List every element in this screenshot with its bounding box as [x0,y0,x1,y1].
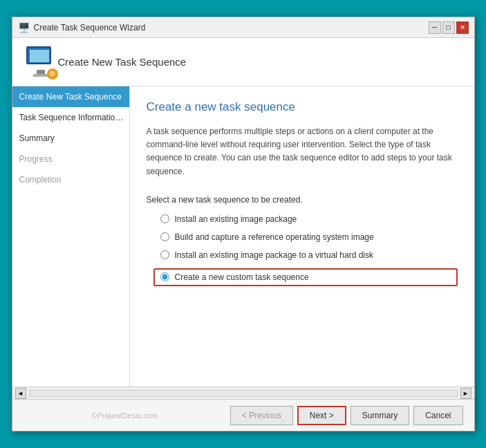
next-button[interactable]: Next > [297,406,346,425]
radio-option-4[interactable]: Create a new custom task sequence [153,268,458,286]
scroll-track[interactable] [29,390,458,397]
header-title: Create New Task Sequence [58,56,187,68]
description-text: A task sequence performs multiple steps … [147,125,458,178]
previous-button[interactable]: < Previous [230,406,293,425]
minimize-button[interactable]: ─ [429,21,441,34]
title-bar-controls: ─ □ ✕ [429,21,469,34]
radio-label-4: Create a new custom task sequence [175,272,309,282]
radio-option-1[interactable]: Install an existing image package [160,214,458,224]
header-icon: ⚙ [24,45,58,80]
sidebar-item-summary[interactable]: Summary [12,128,129,149]
scroll-right-arrow[interactable]: ► [460,388,471,399]
maximize-button[interactable]: □ [442,21,455,34]
close-button[interactable]: ✕ [456,21,469,34]
watermark: ©PrajwalDesai.com [24,411,226,420]
wizard-window: 🖥️ Create Task Sequence Wizard ─ □ ✕ ⚙ C… [12,17,475,431]
window-title: Create Task Sequence Wizard [34,23,146,32]
radio-input-1[interactable] [160,214,169,223]
radio-input-4[interactable] [160,272,169,281]
main-title: Create a new task sequence [147,100,458,114]
summary-button[interactable]: Summary [351,406,409,425]
content-area: Create New Task Sequence Task Sequence I… [12,86,474,386]
radio-label-2: Build and capture a reference operating … [175,232,374,242]
cancel-button[interactable]: Cancel [413,406,462,425]
radio-input-3[interactable] [160,250,169,259]
radio-option-3[interactable]: Install an existing image package to a v… [160,250,458,260]
sidebar-item-create-new[interactable]: Create New Task Sequence [12,86,129,107]
scroll-left-arrow[interactable]: ◄ [15,388,26,399]
radio-option-2[interactable]: Build and capture a reference operating … [160,232,458,242]
main-panel: Create a new task sequence A task sequen… [130,86,474,386]
title-bar-left: 🖥️ Create Task Sequence Wizard [18,22,146,33]
footer: ©PrajwalDesai.com < Previous Next > Summ… [12,399,474,431]
window-icon: 🖥️ [18,22,30,33]
wizard-header: ⚙ Create New Task Sequence [12,38,474,86]
sidebar-item-completion: Completion [12,169,129,190]
horizontal-scrollbar: ◄ ► [12,386,474,399]
radio-label-3: Install an existing image package to a v… [175,250,374,260]
sidebar: Create New Task Sequence Task Sequence I… [12,86,130,386]
radio-group: Install an existing image package Build … [160,214,458,286]
select-label: Select a new task sequence to be created… [147,195,458,205]
sidebar-item-progress: Progress [12,149,129,169]
radio-label-1: Install an existing image package [175,214,297,224]
sidebar-item-task-sequence-info[interactable]: Task Sequence Informatio… [12,107,129,128]
radio-input-2[interactable] [160,232,169,241]
gear-icon: ⚙ [47,68,58,80]
title-bar: 🖥️ Create Task Sequence Wizard ─ □ ✕ [12,17,474,38]
